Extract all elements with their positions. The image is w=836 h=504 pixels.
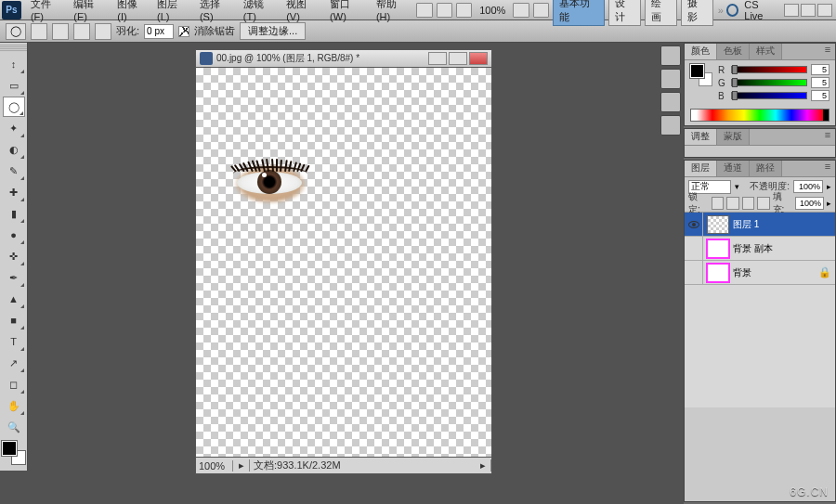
- layer-name[interactable]: 图层 1: [733, 218, 835, 231]
- layer-name[interactable]: 背景: [733, 266, 818, 279]
- workspace-photography[interactable]: 摄影: [681, 0, 713, 26]
- tool-preset[interactable]: ◯: [6, 23, 26, 40]
- visibility-toggle[interactable]: [685, 213, 703, 236]
- menu-filter[interactable]: 滤镜(T): [238, 0, 281, 22]
- cslive-icon[interactable]: [726, 4, 739, 17]
- crop-tool[interactable]: ◐: [3, 139, 25, 160]
- canvas[interactable]: [195, 68, 492, 458]
- pen-tool[interactable]: ↗: [3, 353, 25, 373]
- eraser-tool[interactable]: ✒: [3, 267, 25, 288]
- menu-view[interactable]: 视图(V): [281, 0, 324, 22]
- arrange-icon[interactable]: [513, 3, 529, 18]
- layer-thumbnail[interactable]: [707, 215, 729, 234]
- b-value[interactable]: 5: [811, 90, 829, 101]
- layer-row[interactable]: 背景 副本: [685, 237, 835, 261]
- hand-tool[interactable]: ✋: [3, 395, 25, 416]
- visibility-toggle[interactable]: [685, 237, 703, 260]
- selection-new[interactable]: [31, 23, 47, 40]
- history-panel-icon[interactable]: [660, 45, 681, 66]
- tab-swatches[interactable]: 色板: [717, 44, 750, 59]
- layer-thumbnail[interactable]: [707, 264, 729, 282]
- window-maximize[interactable]: [801, 4, 816, 17]
- bridge-icon[interactable]: [416, 3, 432, 18]
- layers-panel-menu[interactable]: ≡: [820, 161, 835, 176]
- selection-intersect[interactable]: [95, 23, 111, 40]
- menu-edit[interactable]: 编辑(E): [68, 0, 111, 22]
- wand-tool[interactable]: ✦: [3, 118, 25, 138]
- workspace-essentials[interactable]: 基本功能: [553, 0, 605, 26]
- doc-minimize[interactable]: [428, 52, 447, 65]
- layer-name[interactable]: 背景 副本: [733, 242, 835, 255]
- opacity-input[interactable]: 100%: [793, 180, 823, 193]
- workspace-more[interactable]: »: [718, 5, 724, 16]
- move-tool[interactable]: ↕: [3, 54, 25, 74]
- tab-paths[interactable]: 路径: [750, 161, 782, 176]
- zoom-tool[interactable]: 🔍: [3, 417, 25, 437]
- paragraph-panel-icon[interactable]: [660, 115, 681, 136]
- visibility-toggle[interactable]: [685, 261, 703, 284]
- g-value[interactable]: 5: [811, 77, 829, 88]
- stamp-tool[interactable]: ●: [3, 225, 25, 245]
- screenmode-icon[interactable]: [533, 3, 549, 18]
- lock-transparency-icon[interactable]: [712, 197, 724, 210]
- selection-subtract[interactable]: [73, 23, 90, 40]
- menu-file[interactable]: 文件(F): [25, 0, 68, 22]
- zoom-level[interactable]: 100%: [474, 5, 511, 16]
- antialias-checkbox[interactable]: [178, 26, 189, 37]
- color-fgbg[interactable]: [690, 64, 712, 86]
- toolbox-grip[interactable]: [0, 45, 27, 52]
- fill-input[interactable]: 100%: [795, 197, 824, 210]
- lasso-tool[interactable]: ◯: [3, 97, 25, 117]
- menu-window[interactable]: 窗口(W): [324, 0, 371, 22]
- tab-layers[interactable]: 图层: [685, 161, 717, 176]
- viewextras-icon[interactable]: [456, 3, 472, 18]
- properties-panel-icon[interactable]: [660, 69, 681, 89]
- minibridge-icon[interactable]: [437, 3, 452, 18]
- menu-image[interactable]: 图像(I): [111, 0, 151, 22]
- selection-add[interactable]: [52, 23, 69, 40]
- brush-tool[interactable]: ▮: [3, 203, 25, 224]
- color-ramp[interactable]: [690, 109, 829, 122]
- foreground-color[interactable]: [2, 441, 17, 456]
- refine-edge-button[interactable]: 调整边缘...: [240, 22, 306, 40]
- type-tool[interactable]: T: [3, 331, 25, 352]
- status-zoom[interactable]: 100%: [196, 460, 233, 472]
- adjust-panel-menu[interactable]: ≡: [820, 129, 835, 145]
- layer-row[interactable]: 背景 🔒: [685, 261, 835, 285]
- status-chevron[interactable]: ▸: [233, 459, 250, 472]
- cslive-label[interactable]: CS Live: [744, 0, 778, 21]
- r-value[interactable]: 5: [811, 64, 829, 75]
- lock-position-icon[interactable]: [742, 197, 754, 210]
- workspace-painting[interactable]: 绘画: [645, 0, 677, 26]
- mini-fg-color[interactable]: [690, 64, 704, 78]
- color-swatches[interactable]: [2, 441, 26, 465]
- g-slider[interactable]: [731, 79, 807, 86]
- feather-input[interactable]: 0 px: [144, 24, 174, 39]
- layer-row[interactable]: 图层 1: [685, 213, 835, 237]
- character-panel-icon[interactable]: [660, 92, 681, 112]
- tab-adjustments[interactable]: 调整: [685, 129, 717, 145]
- status-docsize[interactable]: 文档:933.1K/2.32M: [250, 459, 475, 472]
- history-brush-tool[interactable]: ✜: [3, 246, 25, 266]
- gradient-tool[interactable]: ▲: [3, 289, 25, 309]
- heal-tool[interactable]: ✚: [3, 182, 25, 202]
- color-panel-menu[interactable]: ≡: [820, 44, 835, 59]
- tab-channels[interactable]: 通道: [717, 161, 750, 176]
- b-slider[interactable]: [731, 92, 807, 99]
- r-slider[interactable]: [731, 66, 807, 73]
- tab-masks[interactable]: 蒙版: [717, 129, 750, 145]
- doc-maximize[interactable]: [449, 52, 467, 65]
- lock-pixels-icon[interactable]: [726, 197, 738, 210]
- menu-help[interactable]: 帮助(H): [371, 0, 415, 22]
- tab-styles[interactable]: 样式: [750, 44, 782, 59]
- shape-tool[interactable]: ◻: [3, 374, 25, 394]
- status-menu[interactable]: ▸: [475, 459, 491, 472]
- menu-select[interactable]: 选择(S): [194, 0, 238, 22]
- workspace-design[interactable]: 设计: [608, 0, 641, 26]
- document-titlebar[interactable]: 00.jpg @ 100% (图层 1, RGB/8#) *: [195, 49, 492, 68]
- doc-close[interactable]: [469, 52, 488, 65]
- menu-layer[interactable]: 图层(L): [151, 0, 194, 22]
- window-close[interactable]: [817, 4, 832, 17]
- blur-tool[interactable]: ■: [3, 310, 25, 330]
- tab-color[interactable]: 颜色: [685, 44, 717, 59]
